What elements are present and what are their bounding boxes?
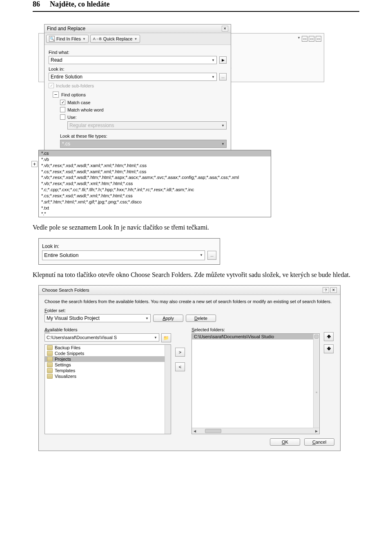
folder-icon	[47, 345, 53, 350]
scrollbar-mark: ≡	[314, 391, 319, 394]
toolbar-icon-2[interactable]: ▭	[309, 36, 314, 42]
ok-button[interactable]: OK	[270, 438, 300, 446]
folder-item-label: Settings	[55, 362, 71, 367]
horizontal-scrollbar[interactable]: ◀ ▶	[192, 428, 319, 434]
file-types-input[interactable]: *.cs ▼	[60, 140, 227, 148]
find-what-value: Read	[51, 57, 62, 63]
chevron-down-icon[interactable]: ▼	[145, 317, 149, 320]
folder-set-label: Folder set:	[45, 308, 334, 313]
file-type-option[interactable]: *.c;*.cpp;*.cxx;*.cc;*.tli;*.tlh;*.h;*.h…	[39, 187, 271, 193]
move-down-button[interactable]: 🡻	[324, 344, 334, 353]
available-folders-listbox[interactable]: Backup FilesCode SnippetsProjectsSetting…	[45, 344, 171, 434]
close-icon[interactable]: ✕	[222, 26, 228, 31]
selected-folders-listbox[interactable]: C:\Users\saraf\Documents\Visual Studio ≡…	[192, 333, 320, 434]
available-folder-item[interactable]: Settings	[45, 362, 171, 368]
file-types-dropdown-list[interactable]: + *.cs*.vb*.vb;*.resx;*.xsd;*.wsdl;*.xam…	[38, 150, 271, 217]
match-case-checkbox[interactable]: ✓	[60, 100, 65, 105]
scrollbar-thumb[interactable]	[205, 429, 221, 433]
find-in-files-tab[interactable]: 🔍 Find In Files ▼	[46, 35, 89, 43]
chevron-down-icon[interactable]: ▼	[200, 253, 203, 257]
vertical-scrollbar[interactable]	[165, 345, 171, 434]
page-number: 86	[33, 0, 40, 9]
use-dropdown: Regular expressions ▼	[67, 121, 227, 129]
look-in-browse-button[interactable]: ...	[219, 73, 227, 80]
find-what-label: Find what:	[49, 50, 227, 55]
available-folder-item[interactable]: Projects	[45, 356, 171, 362]
include-subfolders-label: Include sub-folders	[56, 83, 94, 88]
quick-replace-label: Quick Replace	[103, 36, 133, 41]
file-type-option[interactable]: *.vb	[39, 156, 271, 163]
find-what-expand-button[interactable]: ▶	[219, 56, 227, 64]
file-type-option[interactable]: *.*	[39, 211, 271, 217]
available-path-value: C:\Users\saraf\Documents\Visual S	[47, 335, 117, 340]
results-expander[interactable]: +	[31, 161, 38, 167]
folder-item-label: Templates	[55, 368, 75, 373]
help-icon[interactable]: ?	[323, 287, 329, 293]
match-case-label: Match case	[67, 100, 90, 105]
look-in-snippet: Look in: Entire Solution ▼ ...	[38, 238, 220, 265]
use-checkbox[interactable]	[60, 114, 65, 120]
file-type-option[interactable]: *.srf;*.htm;*.html;*.xml;*.gif;*.jpg;*.p…	[39, 199, 271, 205]
chevron-down-icon[interactable]: ▼	[212, 58, 215, 62]
folder-item-label: Code Snippets	[55, 351, 84, 356]
folder-icon	[47, 357, 53, 362]
toolbar-caret-icon[interactable]: ▼	[297, 36, 301, 42]
tab-caret-icon[interactable]: ▼	[134, 37, 137, 41]
lookin-snippet-browse-button[interactable]: ...	[207, 251, 216, 260]
available-folder-item[interactable]: Code Snippets	[45, 350, 171, 356]
folder-icon	[47, 368, 53, 373]
folder-icon	[47, 362, 53, 367]
file-types-label: Look at these file types:	[60, 134, 227, 138]
folder-set-input[interactable]: My Visual Studio Project ▼	[45, 314, 151, 322]
remove-folder-button[interactable]: <	[175, 362, 185, 371]
delete-button[interactable]: Delete	[186, 315, 216, 322]
toolbar-icon-1[interactable]: ▭	[302, 36, 307, 42]
file-type-option[interactable]: *.vb;*.resx;*.xsd;*.wsdl;*.htm;*.html;*.…	[39, 174, 271, 181]
choose-search-folders-dialog: Choose Search Folders ? ✕ Choose the sea…	[38, 285, 341, 451]
look-in-label: Look in:	[49, 67, 227, 71]
available-path-input[interactable]: C:\Users\saraf\Documents\Visual S ▼	[45, 333, 159, 342]
look-in-input[interactable]: Entire Solution ▼	[49, 73, 217, 81]
lookin-snippet-input[interactable]: Entire Solution ▼	[42, 250, 205, 260]
scroll-left-icon[interactable]: ◀	[192, 429, 198, 433]
tab-caret-icon[interactable]: ▼	[82, 37, 86, 41]
scrollbar-thumb[interactable]	[314, 335, 318, 339]
apply-button[interactable]: Apply	[153, 315, 183, 322]
chevron-down-icon[interactable]: ▼	[221, 142, 225, 146]
selected-folders-label: Selected folders:	[192, 327, 320, 332]
chevron-down-icon[interactable]: ▼	[154, 336, 157, 339]
file-type-option[interactable]: *.txt	[39, 205, 271, 211]
paragraph-2: Klepnutí na toto tlačítko otevře okno Ch…	[33, 270, 359, 279]
available-folder-item[interactable]: Templates	[45, 368, 171, 373]
toolbar-icon-3[interactable]: ▭	[316, 36, 321, 42]
page-header: 86 Najděte, co hledáte	[33, 0, 359, 12]
page-title: Najděte, co hledáte	[50, 0, 109, 9]
folder-icon	[47, 374, 53, 379]
find-and-replace-panel: Find and Replace ✕ 🔍 Find In Files ▼ A→B…	[44, 24, 231, 152]
file-type-option[interactable]: *.vb;*.resx;*.xsd;*.wsdl;*.xml;*.htm;*.h…	[39, 181, 271, 187]
available-folder-item[interactable]: Visualizers	[45, 373, 171, 379]
available-folder-item[interactable]: Backup Files	[45, 345, 171, 350]
file-type-option[interactable]: *.cs;*.resx;*.xsd;*.wsdl;*.xml;*.htm;*.h…	[39, 193, 271, 199]
find-what-input[interactable]: Read ▼	[49, 56, 217, 64]
file-type-option[interactable]: *.cs;*.resx;*.xsd;*.wsdl;*.xaml;*.xml;*.…	[39, 169, 271, 175]
quick-replace-tab[interactable]: A→B Quick Replace ▼	[90, 35, 140, 43]
move-up-button[interactable]: 🡹	[324, 332, 334, 341]
match-whole-word-checkbox[interactable]	[60, 107, 65, 112]
find-options-expander[interactable]: −	[53, 92, 59, 98]
paragraph-1: Vedle pole se seznamem Look In je navíc …	[33, 223, 359, 232]
cancel-button[interactable]: Cancel	[304, 438, 334, 446]
file-type-option[interactable]: *.vb;*.resx;*.xsd;*.wsdl;*.xaml;*.xml;*.…	[39, 163, 271, 169]
selected-folder-item[interactable]: C:\Users\saraf\Documents\Visual Studio	[192, 334, 319, 339]
close-icon[interactable]: ✕	[330, 287, 337, 293]
dialog-title: Choose Search Folders	[42, 288, 89, 292]
vertical-scrollbar[interactable]: ≡	[313, 334, 319, 434]
include-subfolders-checkbox: ✓	[49, 83, 54, 88]
folder-item-label: Projects	[55, 357, 71, 362]
add-folder-button[interactable]: >	[175, 348, 185, 357]
folder-set-value: My Visual Studio Project	[47, 315, 100, 321]
file-type-option[interactable]: *.cs	[39, 150, 271, 156]
scroll-right-icon[interactable]: ▶	[314, 429, 319, 433]
chevron-down-icon[interactable]: ▼	[212, 75, 215, 79]
folder-up-button[interactable]: 📁	[161, 333, 171, 342]
